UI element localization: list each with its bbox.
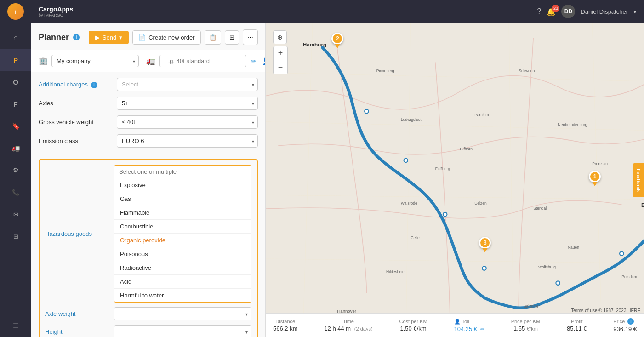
toll-label: 👤 Toll (454, 319, 484, 325)
zoom-out-button[interactable]: − (274, 60, 287, 74)
notification-icon[interactable]: 🔔 23 (547, 7, 556, 16)
notification-badge: 23 (552, 5, 559, 12)
toll-edit-icon[interactable]: ✏ (480, 326, 484, 332)
svg-point-17 (620, 251, 624, 256)
more-button[interactable]: ··· (243, 29, 258, 45)
dropdown-item-gas[interactable]: Gas (114, 192, 251, 206)
document-icon: 📄 (138, 34, 146, 41)
sidebar-item-home[interactable]: ⌂ (0, 27, 31, 49)
driver-icon[interactable]: 👤 (262, 57, 266, 65)
dropdown-item-combustible[interactable]: Combustible (114, 220, 251, 234)
top-buttons: ▶ Send ▾ 📄 Create new order 📋 ⊞ (89, 29, 258, 45)
nav-rail: ⌂ P O F 🔖 🚛 ⚙ 📞 ✉ ⊞ ☰ (0, 23, 31, 337)
hazardous-input[interactable] (114, 165, 251, 178)
table-button[interactable]: ⊞ (225, 30, 239, 45)
user-name[interactable]: Daniel Dispatcher (581, 8, 628, 15)
axle-weight-label: Axle weight (45, 310, 114, 317)
svg-text:Schwerin: Schwerin (519, 69, 535, 73)
height-label: Height (45, 328, 114, 335)
price-per-km-value: 1.65 €/km (511, 325, 541, 332)
hazardous-label: Hazardous goods (45, 230, 114, 237)
axles-control: 5+ ▾ (117, 97, 258, 110)
dropdown-item-radioactive[interactable]: Radioactive (114, 261, 251, 275)
sidebar-item-phone[interactable]: 📞 (0, 181, 31, 203)
form-scroll: Additional charges i Select... ▾ Axles (31, 72, 265, 337)
orders-icon: O (13, 78, 18, 86)
additional-charges-select[interactable]: Select... (117, 78, 258, 91)
price-label: Price i (613, 318, 637, 325)
truck-nav-icon: 🚛 (146, 57, 155, 65)
fleet-icon: F (13, 100, 17, 108)
send-icon: ▶ (95, 34, 100, 41)
zoom-in-button[interactable]: + (274, 46, 287, 60)
ellipsis-icon: ··· (247, 33, 253, 41)
page-title-bar: Planner i ▶ Send ▾ 📄 Create new order 📋 (31, 23, 265, 50)
hazardous-dropdown-scroll: Explosive Gas Flammable Combustible Orga… (114, 178, 251, 303)
sidebar-item-grid[interactable]: ⊞ (0, 225, 31, 247)
svg-text:Parchim: Parchim (474, 113, 489, 117)
svg-text:Potsdam: Potsdam (621, 274, 637, 279)
additional-charges-control: Select... ▾ (117, 78, 258, 91)
price-info-icon[interactable]: i (627, 318, 634, 325)
height-select[interactable] (114, 325, 251, 337)
axles-select[interactable]: 5+ (117, 97, 258, 110)
mail-icon: ✉ (13, 211, 18, 218)
svg-text:Walsrode: Walsrode (401, 201, 417, 206)
dropdown-item-acid[interactable]: Acid (114, 275, 251, 289)
user-dropdown-icon[interactable]: ▾ (633, 8, 637, 15)
dropdown-item-flammable[interactable]: Flammable (114, 206, 251, 220)
sidebar-item-planner[interactable]: P (0, 49, 31, 71)
svg-text:Hildesheim: Hildesheim (386, 269, 405, 274)
profit-label: Profit (567, 319, 587, 324)
axles-row: Axles 5+ ▾ (39, 97, 258, 110)
pin-tail-3 (482, 248, 488, 252)
sidebar-item-fleet[interactable]: F (0, 93, 31, 115)
cost-per-km-value: 1.50 €/km (399, 325, 427, 332)
logo-circle: i (7, 3, 24, 20)
dropdown-item-harmful-water[interactable]: Harmful to water (114, 289, 251, 303)
create-order-button[interactable]: 📄 Create new order (132, 30, 200, 45)
sidebar-item-mail[interactable]: ✉ (0, 203, 31, 225)
send-button[interactable]: ▶ Send ▾ (89, 31, 129, 44)
price-value: 936.19 € (613, 326, 637, 332)
emission-select[interactable]: EURO 6 (117, 134, 258, 148)
feedback-button[interactable]: Feedback (633, 163, 644, 197)
advanced-options-box: Hazardous goods ▾ Explosive Gas Flammabl… (39, 159, 258, 337)
toll-value: 104.25 € ✏ (454, 326, 484, 332)
page-body: Planner i ▶ Send ▾ 📄 Create new order 📋 (31, 23, 644, 337)
svg-text:Stendal: Stendal (533, 206, 547, 211)
dropdown-item-explosive[interactable]: Explosive (114, 178, 251, 192)
header-left: CargoApps by IMPARGO (39, 6, 73, 17)
planner-info-icon[interactable]: i (73, 34, 80, 40)
height-row: Height ▾ (45, 325, 251, 337)
map-zoom-controls: + − (273, 46, 288, 74)
additional-charges-label: Additional charges i (39, 81, 117, 88)
gross-weight-select[interactable]: ≤ 40t (117, 115, 258, 129)
sidebar-item-settings[interactable]: ⚙ (0, 159, 31, 181)
left-panel: Planner i ▶ Send ▾ 📄 Create new order 📋 (31, 23, 266, 337)
dropdown-item-poisonous[interactable]: Poisonous (114, 247, 251, 261)
stats-bar: Distance 566.2 km Time 12 h 44 m (2 days… (266, 313, 644, 337)
svg-text:Celle: Celle (410, 235, 420, 240)
sidebar-item-bookmark[interactable]: 🔖 (0, 115, 31, 137)
map-layer-button[interactable]: ⊕ (273, 30, 287, 44)
company-select[interactable]: My company (51, 55, 139, 67)
additional-charges-info-icon[interactable]: i (91, 82, 97, 88)
svg-text:Faßberg: Faßberg (435, 166, 450, 171)
sidebar-item-truck[interactable]: 🚛 (0, 137, 31, 159)
svg-text:Salzgitter: Salzgitter (524, 304, 540, 308)
hazardous-control: ▾ Explosive Gas Flammable Combustible Or… (114, 165, 251, 303)
height-control: ▾ (114, 325, 251, 337)
user-avatar[interactable]: DD (561, 5, 575, 18)
truck-edit-icon[interactable]: ✏ (251, 57, 256, 65)
dropdown-item-organic-peroxide[interactable]: Organic peroxide (114, 234, 251, 247)
axles-label: Axles (39, 100, 117, 107)
truck-input[interactable] (159, 55, 246, 67)
help-icon[interactable]: ? (537, 7, 541, 16)
building-icon: 🏢 (39, 57, 48, 65)
logo-text: i (15, 8, 17, 15)
sidebar-item-list[interactable]: ☰ (0, 315, 31, 337)
axle-weight-select[interactable] (114, 307, 251, 320)
export-button[interactable]: 📋 (205, 30, 221, 45)
sidebar-item-orders[interactable]: O (0, 71, 31, 93)
